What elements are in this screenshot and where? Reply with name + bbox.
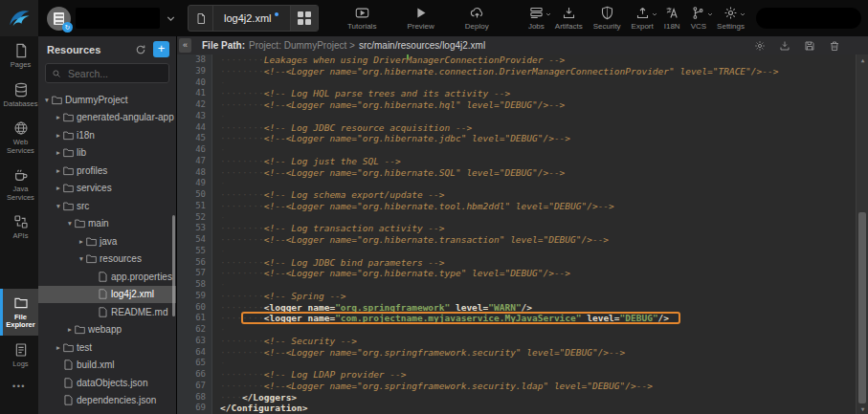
tree-item-dependencies-json[interactable]: dependencies.json	[38, 392, 176, 410]
refresh-icon[interactable]	[135, 44, 146, 55]
scroll-down-arrow-icon[interactable]: ▼	[857, 405, 868, 412]
tree-item-resources[interactable]: ▾resources	[38, 251, 176, 269]
code-line-42: 42········<!--<Logger name="org.hibernat…	[177, 99, 868, 111]
line-content: ········<!--<Logger name="org.hibernate.…	[220, 201, 614, 212]
line-content: ········<!--<Logger name="org.hibernate.…	[220, 268, 570, 279]
line-content: ········Leakages when using DriverManage…	[220, 54, 565, 66]
layout-grid-icon[interactable]	[290, 6, 318, 31]
topbar-i18n-button[interactable]: I18N	[664, 6, 680, 31]
delete-file-icon[interactable]	[829, 40, 840, 52]
download-file-icon[interactable]	[779, 40, 790, 52]
tree-item-main[interactable]: ▾main	[38, 215, 176, 233]
sidebar-item-java-services[interactable]: Java Services	[0, 161, 38, 207]
tree-item-label: lib	[77, 147, 86, 158]
api-icon	[13, 214, 29, 229]
line-number: 69	[177, 403, 212, 414]
jobs-icon	[529, 6, 544, 20]
tree-item-profiles[interactable]: ▸profiles	[38, 162, 176, 180]
sidebar-more-button[interactable]: •••	[0, 374, 38, 414]
line-number: 42	[177, 99, 212, 111]
topbar-export-button[interactable]: Export	[632, 6, 654, 31]
scroll-up-arrow-icon[interactable]: ▲	[857, 56, 868, 63]
tree-item-dataobjects-json[interactable]: dataObjects.json	[38, 374, 176, 392]
code-line-69: 69</Configuration>	[177, 403, 868, 414]
topbar-security-button[interactable]: Security	[593, 6, 621, 31]
line-content: ········<!--<Logger name="org.springfram…	[220, 347, 625, 359]
arrow-right-icon: ▸	[77, 237, 86, 246]
app-logo[interactable]	[0, 0, 38, 36]
resource-search-box[interactable]	[45, 63, 169, 83]
topbar-tutorials-button[interactable]: Tutorials	[347, 6, 376, 31]
gear-icon	[723, 6, 738, 20]
tree-item-services[interactable]: ▸services	[38, 180, 176, 198]
editor-scrollbar[interactable]: ▲ ▼	[856, 54, 868, 414]
code-line-60: 60········<logger name="org.springframew…	[177, 302, 868, 314]
tree-scrollbar[interactable]	[172, 215, 175, 316]
line-content: ·	[220, 77, 226, 89]
editor-settings-icon[interactable]	[754, 40, 766, 52]
tree-item-java[interactable]: ▸java	[38, 232, 176, 251]
collapse-panel-button[interactable]: «	[179, 38, 191, 53]
scrollbar-thumb[interactable]	[858, 212, 866, 403]
add-resource-button[interactable]: +	[153, 41, 169, 57]
resources-header: Resources +	[38, 36, 176, 60]
search-input[interactable]	[66, 67, 163, 80]
tree-item-src[interactable]: ▾src	[38, 197, 176, 215]
line-number: 54	[177, 234, 212, 246]
topbar-preview-button[interactable]: Preview	[407, 6, 434, 31]
line-number: 62	[177, 324, 212, 336]
tree-item-build-xml[interactable]: build.xml	[38, 357, 176, 375]
line-content: ·	[220, 178, 226, 189]
folder-icon	[63, 112, 77, 122]
sidebar-item-apis[interactable]: APIs	[0, 207, 38, 247]
open-file-tab[interactable]: log4j2.xml	[188, 5, 319, 32]
sidebar-item-label: Web Services	[3, 139, 38, 155]
topbar-settings-button[interactable]: Settings	[717, 6, 745, 31]
code-line-49: 49·	[177, 178, 868, 189]
code-line-53: 53········<!-- Log transaction activity …	[177, 223, 868, 234]
sidebar-item-file-explorer[interactable]: File Explorer	[0, 289, 38, 336]
arrow-right-icon: ▸	[54, 113, 63, 121]
tree-item-test[interactable]: ▸test	[38, 338, 176, 357]
arrow-down-icon: ▾	[65, 219, 75, 228]
folder-icon	[86, 253, 100, 264]
tree-item-label: test	[77, 342, 92, 353]
topbar-jobs-button[interactable]: Jobs	[528, 6, 545, 31]
line-content: ········<!-- Log HQL parse trees and its…	[220, 88, 510, 99]
project-icon: ↻	[47, 7, 71, 31]
tree-item-readme-md[interactable]: README.md	[38, 303, 176, 321]
tree-item-i18n[interactable]: ▸i18n	[38, 126, 176, 144]
code-line-48: 48········<!--<Logger name="org.hibernat…	[177, 167, 868, 179]
line-number: 45	[177, 133, 212, 144]
tree-item-log4j2-xml[interactable]: log4j2.xml	[38, 286, 176, 304]
file-icon	[63, 395, 77, 405]
file-icon	[98, 272, 111, 282]
topbar-artifacts-button[interactable]: Artifacts	[555, 6, 583, 31]
tree-item-label: build.xml	[77, 360, 114, 370]
file-icon	[189, 6, 213, 31]
sidebar-item-web-services[interactable]: Web Services	[0, 114, 38, 161]
line-content: ·	[220, 324, 226, 336]
line-content: ········<!-- Log just the SQL -->	[220, 156, 401, 167]
redacted-user-area[interactable]	[756, 8, 861, 29]
database-icon	[13, 82, 29, 98]
sidebar-item-databases[interactable]: Databases	[0, 76, 38, 115]
tree-item-generated-angular-app[interactable]: ▸generated-angular-app	[38, 109, 176, 127]
code-line-61: 61········<logger name="com.projectname.…	[177, 313, 868, 324]
project-switcher[interactable]: ↻	[47, 7, 177, 31]
chevron-down-icon	[706, 7, 714, 21]
line-number: 57	[177, 268, 212, 279]
tree-item-lib[interactable]: ▸lib	[38, 144, 176, 163]
topbar-vcs-button[interactable]: VCS	[691, 6, 706, 31]
sidebar-item-logs[interactable]: Logs	[0, 336, 38, 375]
tree-item-dummyproject[interactable]: ▾DummyProject	[38, 91, 176, 109]
topbar-deploy-button[interactable]: Deploy	[465, 6, 489, 31]
tree-item-webapp[interactable]: ▸webapp	[38, 321, 176, 339]
line-number: 56	[177, 257, 212, 269]
tree-item-app-properties[interactable]: app.properties	[38, 268, 176, 286]
save-file-icon[interactable]	[804, 40, 815, 52]
folder-icon	[63, 165, 77, 176]
code-editor[interactable]: 38········Leakages when using DriverMana…	[177, 54, 868, 414]
sidebar-item-pages[interactable]: Pages	[0, 36, 38, 76]
code-line-66: 66········<!-- Log LDAP provider -->	[177, 369, 868, 381]
